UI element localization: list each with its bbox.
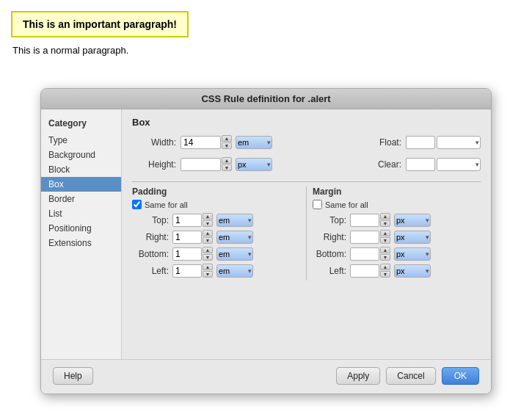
- padding-left-spin-up[interactable]: ▲: [203, 264, 213, 270]
- margin-right-spinner: ▲ ▼: [380, 230, 390, 244]
- width-label: Width:: [132, 137, 176, 148]
- float-label: Float:: [357, 137, 401, 148]
- margin-right-input[interactable]: [350, 231, 379, 244]
- sidebar-item-border[interactable]: Border: [41, 192, 121, 206]
- sidebar-item-block[interactable]: Block: [41, 162, 121, 177]
- margin-top-row: Top: ▲ ▼ px em %: [313, 213, 481, 227]
- width-spin-up[interactable]: ▲: [222, 135, 232, 142]
- sidebar-item-positioning[interactable]: Positioning: [41, 221, 121, 236]
- cancel-button[interactable]: Cancel: [386, 367, 435, 385]
- padding-bottom-input[interactable]: [172, 247, 202, 261]
- sidebar-item-extensions[interactable]: Extensions: [41, 236, 121, 250]
- padding-bottom-unit-wrapper: em px %: [214, 247, 253, 261]
- margin-bottom-unit-select[interactable]: px em %: [394, 247, 431, 261]
- margin-left-spin-down[interactable]: ▼: [380, 271, 390, 278]
- clear-unit-select[interactable]: both left right: [437, 158, 481, 171]
- clear-input[interactable]: [406, 158, 435, 171]
- height-input[interactable]: [181, 158, 221, 171]
- padding-top-row: Top: ▲ ▼ em px %: [132, 213, 300, 227]
- css-rule-dialog: CSS Rule definition for .alert Category …: [40, 88, 492, 394]
- margin-bottom-row: Bottom: ▲ ▼ px em %: [313, 247, 481, 261]
- margin-top-unit-wrapper: px em %: [392, 214, 431, 227]
- sidebar-item-box[interactable]: Box: [41, 177, 121, 192]
- height-spin-up[interactable]: ▲: [222, 157, 232, 164]
- padding-bottom-spinner: ▲ ▼: [203, 247, 213, 261]
- margin-bottom-spin-down[interactable]: ▼: [380, 254, 390, 261]
- padding-top-spin-up[interactable]: ▲: [203, 213, 213, 220]
- padding-right-spin-up[interactable]: ▲: [203, 230, 213, 236]
- margin-bottom-unit-wrapper: px em %: [392, 247, 431, 261]
- padding-top-unit-select[interactable]: em px %: [216, 214, 253, 227]
- padding-bottom-spin-down[interactable]: ▼: [203, 254, 213, 261]
- padding-left-input[interactable]: [172, 264, 202, 278]
- margin-right-label: Right:: [313, 232, 346, 242]
- sidebar-item-type[interactable]: Type: [41, 133, 121, 148]
- ok-button[interactable]: OK: [442, 367, 479, 385]
- padding-same-checkbox[interactable]: [132, 200, 142, 209]
- height-row: Height: ▲ ▼ px em %: [132, 157, 272, 171]
- padding-left-unit-wrapper: em px %: [214, 264, 253, 278]
- normal-paragraph: This is a normal paragraph.: [12, 45, 521, 56]
- padding-left-spin-down[interactable]: ▼: [203, 271, 213, 278]
- margin-same-checkbox[interactable]: [313, 200, 322, 209]
- margin-right-spin-down[interactable]: ▼: [380, 237, 390, 244]
- height-spin-down[interactable]: ▼: [222, 164, 232, 171]
- padding-left-unit-select[interactable]: em px %: [216, 264, 253, 278]
- sidebar-item-background[interactable]: Background: [41, 148, 121, 162]
- padding-right-input[interactable]: [172, 231, 202, 244]
- padding-left-label: Left:: [132, 266, 169, 276]
- padding-top-input[interactable]: [172, 214, 202, 227]
- float-unit-select[interactable]: left right: [437, 136, 481, 149]
- padding-top-unit-wrapper: em px %: [214, 214, 253, 227]
- margin-top-spinner: ▲ ▼: [380, 213, 390, 227]
- padding-right-spin-down[interactable]: ▼: [203, 237, 213, 244]
- margin-right-unit-select[interactable]: px em %: [394, 231, 431, 244]
- section-divider: [132, 181, 481, 182]
- padding-section: Padding Same for all Top: ▲ ▼: [132, 187, 300, 280]
- margin-left-label: Left:: [313, 266, 346, 276]
- margin-bottom-input[interactable]: [350, 247, 379, 261]
- width-unit-select[interactable]: em px %: [236, 136, 272, 149]
- margin-top-spin-down[interactable]: ▼: [380, 220, 390, 227]
- float-input[interactable]: [406, 136, 435, 149]
- width-unit-wrapper: em px %: [233, 136, 272, 149]
- margin-top-label: Top:: [313, 215, 346, 225]
- width-spin-down[interactable]: ▼: [222, 142, 232, 149]
- margin-top-unit-select[interactable]: px em %: [394, 214, 431, 227]
- clear-label: Clear:: [357, 159, 401, 170]
- height-unit-select[interactable]: px em %: [236, 158, 272, 171]
- padding-margin-row: Padding Same for all Top: ▲ ▼: [132, 187, 481, 280]
- width-input[interactable]: [181, 136, 221, 149]
- margin-left-unit-wrapper: px em %: [392, 264, 431, 278]
- margin-top-spin-up[interactable]: ▲: [380, 213, 390, 220]
- margin-right-spin-up[interactable]: ▲: [380, 230, 390, 236]
- right-buttons: Apply Cancel OK: [336, 367, 479, 385]
- margin-bottom-spinner: ▲ ▼: [380, 247, 390, 261]
- apply-button[interactable]: Apply: [336, 367, 380, 385]
- clear-row: Clear: both left right: [357, 158, 481, 171]
- padding-top-spin-down[interactable]: ▼: [203, 220, 213, 227]
- help-button[interactable]: Help: [53, 367, 93, 385]
- margin-top-input[interactable]: [350, 214, 379, 227]
- padding-right-row: Right: ▲ ▼ em px %: [132, 230, 300, 244]
- sidebar: Category Type Background Block Box Borde…: [41, 109, 122, 359]
- margin-same-label: Same for all: [325, 200, 368, 209]
- height-label: Height:: [132, 159, 176, 170]
- padding-left-row: Left: ▲ ▼ em px %: [132, 264, 300, 278]
- margin-left-spin-up[interactable]: ▲: [380, 264, 390, 270]
- padding-same-label: Same for all: [145, 200, 188, 209]
- padding-bottom-unit-select[interactable]: em px %: [216, 247, 253, 261]
- padding-same-for-all-row: Same for all: [132, 200, 300, 209]
- sidebar-item-list[interactable]: List: [41, 206, 121, 221]
- margin-left-spinner: ▲ ▼: [380, 264, 390, 278]
- margin-bottom-spin-up[interactable]: ▲: [380, 247, 390, 253]
- padding-right-unit-select[interactable]: em px %: [216, 231, 253, 244]
- margin-left-input[interactable]: [350, 264, 379, 278]
- margin-left-unit-select[interactable]: px em %: [394, 264, 431, 278]
- margin-section: Margin Same for all Top: ▲ ▼: [313, 187, 481, 280]
- padding-top-spinner: ▲ ▼: [203, 213, 213, 227]
- margin-left-row: Left: ▲ ▼ px em %: [313, 264, 481, 278]
- margin-right-row: Right: ▲ ▼ px em %: [313, 230, 481, 244]
- width-row: Width: ▲ ▼ em px %: [132, 135, 272, 149]
- padding-bottom-spin-up[interactable]: ▲: [203, 247, 213, 253]
